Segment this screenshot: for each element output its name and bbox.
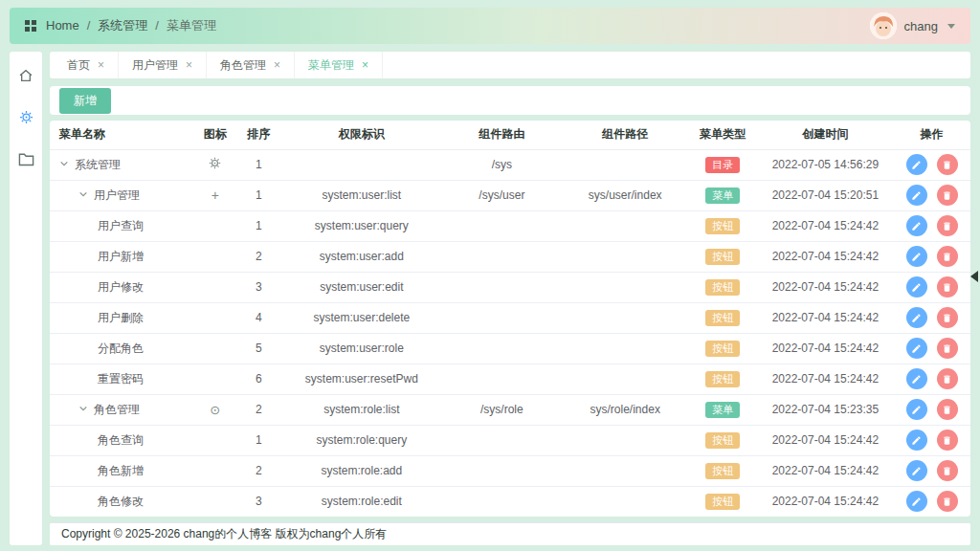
edit-button[interactable] [906, 276, 927, 298]
edit-button[interactable] [906, 368, 927, 389]
component-path-value [563, 210, 688, 241]
type-badge: 菜单 [705, 187, 740, 204]
component-path-value [563, 425, 688, 455]
menu-name: 用户删除 [98, 311, 144, 324]
menu-icon-cell [195, 486, 235, 517]
permission-value: system:user:query [282, 210, 442, 241]
column-header: 权限标识 [282, 121, 442, 149]
gear-icon [209, 159, 221, 172]
expand-chevron-icon[interactable] [59, 158, 75, 171]
delete-button[interactable] [937, 338, 958, 359]
table-row: 角色新增2system:role:add按钮2022-07-04 15:24:4… [50, 455, 970, 486]
tab-3[interactable]: 菜单管理× [295, 52, 383, 78]
expand-chevron-icon[interactable] [78, 188, 94, 202]
table-row: 角色查询1system:role:query按钮2022-07-04 15:24… [50, 425, 970, 455]
menu-type-cell: 按钮 [688, 210, 758, 241]
tab-close-icon[interactable]: × [98, 59, 104, 71]
menu-name: 角色管理 [94, 403, 140, 416]
add-button[interactable]: 新增 [59, 88, 111, 114]
delete-button[interactable] [937, 307, 958, 328]
created-time: 2022-07-04 15:24:42 [758, 486, 893, 517]
edit-button[interactable] [906, 399, 927, 420]
component-path-value [563, 149, 688, 180]
menu-name-cell: 系统管理 [50, 149, 195, 180]
component-path-value: sys/user/index [563, 180, 688, 210]
edit-button[interactable] [906, 430, 927, 451]
tab-close-icon[interactable]: × [186, 59, 192, 71]
menu-name: 用户管理 [94, 188, 140, 202]
route-value [441, 241, 562, 272]
component-path-value [563, 486, 688, 517]
edit-button[interactable] [906, 154, 927, 175]
edit-button[interactable] [906, 185, 927, 206]
delete-button[interactable] [937, 399, 958, 420]
tab-close-icon[interactable]: × [362, 59, 368, 71]
delete-button[interactable] [937, 460, 958, 481]
menu-name: 用户修改 [98, 280, 144, 294]
edit-button[interactable] [906, 338, 927, 359]
app-header: Home/系统管理/菜单管理 chang [10, 8, 970, 44]
type-badge: 菜单 [705, 402, 740, 418]
column-header: 图标 [195, 121, 235, 149]
delete-button[interactable] [937, 185, 958, 206]
component-path-value [563, 333, 688, 364]
menu-icon-cell [195, 241, 235, 272]
permission-value: system:role:edit [282, 486, 442, 517]
delete-button[interactable] [937, 215, 958, 236]
created-time: 2022-07-04 15:24:42 [758, 241, 893, 272]
tab-0[interactable]: 首页× [54, 52, 119, 78]
menu-type-cell: 按钮 [688, 272, 758, 302]
delete-button[interactable] [937, 368, 958, 389]
tab-bar: 首页×用户管理×角色管理×菜单管理× [50, 52, 970, 78]
edit-button[interactable] [906, 460, 927, 481]
menu-name-cell: 用户查询 [50, 210, 195, 241]
copyright-text: Copyright © 2025-2026 chang的个人博客 版权为chan… [61, 526, 387, 542]
menu-table-card: 菜单名称图标排序权限标识组件路由组件路径菜单类型创建时间操作 系统管理1/sys… [50, 121, 970, 517]
component-path-value: sys/role/index [563, 394, 688, 425]
sidebar-item-home[interactable] [14, 65, 37, 88]
drawer-toggle[interactable] [969, 266, 980, 287]
edit-button[interactable] [906, 307, 927, 328]
tab-2[interactable]: 角色管理× [207, 52, 295, 78]
edit-button[interactable] [906, 215, 927, 236]
delete-button[interactable] [937, 154, 958, 175]
delete-button[interactable] [937, 491, 958, 512]
created-time: 2022-07-04 15:24:42 [758, 333, 893, 364]
type-badge: 按钮 [705, 279, 740, 296]
operations-cell [893, 455, 970, 486]
menu-icon-cell [195, 425, 235, 455]
table-body: 系统管理1/sys目录2022-07-05 14:56:29用户管理+1syst… [50, 149, 970, 517]
menu-type-cell: 目录 [688, 149, 758, 180]
operations-cell [893, 180, 970, 210]
menu-icon-cell: + [195, 180, 235, 210]
main-content: 首页×用户管理×角色管理×菜单管理× 新增 菜单名称图标排序权限标识组件路由组件… [50, 52, 970, 545]
breadcrumb-item[interactable]: 菜单管理 [167, 18, 216, 33]
menu-icon-cell [195, 210, 235, 241]
created-time: 2022-07-05 14:56:29 [758, 149, 893, 180]
edit-button[interactable] [906, 491, 927, 512]
edit-button[interactable] [906, 246, 927, 267]
tab-label: 角色管理 [220, 57, 266, 74]
created-time: 2022-07-04 15:20:51 [758, 180, 893, 210]
menu-name-cell: 角色管理 [50, 394, 195, 425]
tab-1[interactable]: 用户管理× [119, 52, 207, 78]
type-badge: 按钮 [705, 310, 740, 326]
delete-button[interactable] [937, 430, 958, 451]
delete-button[interactable] [937, 246, 958, 267]
column-header: 创建时间 [758, 121, 893, 149]
menu-name-cell: 角色新增 [50, 455, 195, 486]
breadcrumb-item[interactable]: 系统管理 [98, 18, 147, 33]
user-menu[interactable]: chang [870, 12, 955, 39]
order-value: 2 [235, 394, 282, 425]
table-row: 角色修改3system:role:edit按钮2022-07-04 15:24:… [50, 486, 970, 517]
order-value: 3 [235, 272, 282, 302]
sidebar-item-folder[interactable] [14, 149, 37, 172]
delete-button[interactable] [937, 276, 958, 298]
breadcrumb-item[interactable]: Home [46, 18, 79, 33]
dot-icon: ⊙ [210, 404, 220, 417]
expand-chevron-icon[interactable] [78, 403, 94, 416]
table-row: 用户修改3system:user:edit按钮2022-07-04 15:24:… [50, 272, 970, 302]
sidebar-item-settings[interactable] [14, 107, 37, 130]
menu-name-cell: 重置密码 [50, 364, 195, 394]
tab-close-icon[interactable]: × [274, 59, 280, 71]
